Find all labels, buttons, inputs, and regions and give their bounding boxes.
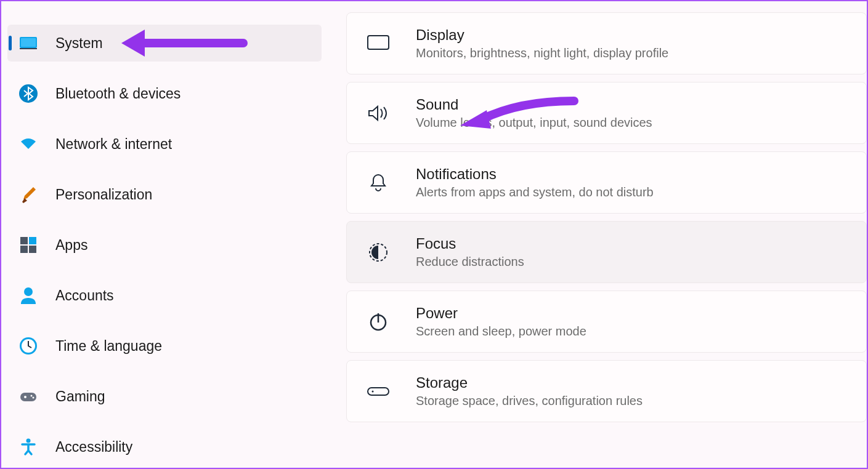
settings-sidebar: System Bluetooth & devices Network & int… [1, 1, 334, 468]
notifications-icon [367, 171, 390, 194]
card-title: Storage [416, 374, 643, 391]
svg-point-15 [26, 439, 31, 443]
svg-point-21 [372, 390, 374, 392]
card-storage[interactable]: Storage Storage space, drives, configura… [346, 360, 867, 422]
card-desc: Monitors, brightness, night light, displ… [416, 46, 668, 60]
card-desc: Reduce distractions [416, 255, 524, 269]
card-title: Display [416, 26, 668, 44]
sidebar-item-label: Time & language [55, 338, 162, 355]
card-desc: Storage space, drives, configuration rul… [416, 394, 643, 408]
card-display[interactable]: Display Monitors, brightness, night ligh… [346, 12, 867, 74]
svg-rect-2 [20, 48, 37, 49]
focus-icon [367, 241, 390, 264]
sidebar-item-gaming[interactable]: Gaming [7, 378, 322, 415]
svg-point-14 [33, 397, 34, 399]
sidebar-item-apps[interactable]: Apps [7, 226, 322, 263]
apps-icon [18, 235, 38, 255]
sidebar-item-label: Accounts [55, 287, 114, 304]
card-desc: Screen and sleep, power mode [416, 324, 586, 339]
display-icon [367, 32, 390, 55]
sidebar-item-label: Network & internet [55, 136, 172, 153]
sidebar-item-personalization[interactable]: Personalization [7, 176, 322, 213]
svg-rect-5 [29, 237, 36, 244]
card-notifications[interactable]: Notifications Alerts from apps and syste… [346, 151, 867, 214]
card-desc: Volume levels, output, input, sound devi… [416, 116, 652, 130]
card-title: Sound [416, 96, 652, 113]
card-title: Power [416, 305, 586, 322]
power-icon [367, 310, 390, 334]
sidebar-item-label: Personalization [55, 186, 152, 203]
sidebar-item-time-language[interactable]: Time & language [7, 327, 322, 364]
paintbrush-icon [18, 185, 38, 204]
svg-rect-16 [368, 36, 389, 49]
svg-rect-7 [29, 246, 36, 253]
sidebar-item-bluetooth[interactable]: Bluetooth & devices [7, 75, 322, 112]
card-title: Notifications [416, 166, 654, 183]
sidebar-item-label: Apps [55, 237, 87, 254]
sidebar-item-accounts[interactable]: Accounts [7, 277, 322, 314]
clock-icon [18, 336, 38, 356]
wifi-icon [18, 134, 38, 154]
card-power[interactable]: Power Screen and sleep, power mode [346, 291, 867, 353]
sidebar-item-label: Bluetooth & devices [55, 86, 180, 102]
sidebar-item-label: Gaming [55, 388, 105, 405]
person-icon [18, 286, 38, 305]
sidebar-item-accessibility[interactable]: Accessibility [7, 428, 322, 465]
storage-icon [367, 380, 390, 403]
settings-main-panel: Display Monitors, brightness, night ligh… [334, 1, 867, 468]
card-sound[interactable]: Sound Volume levels, output, input, soun… [346, 82, 867, 144]
svg-point-12 [24, 396, 26, 398]
card-title: Focus [416, 235, 524, 252]
bluetooth-icon [18, 84, 38, 103]
svg-rect-20 [368, 388, 389, 395]
sidebar-item-label: System [55, 35, 103, 52]
gamepad-icon [18, 387, 38, 406]
svg-rect-1 [21, 38, 36, 47]
system-icon [18, 33, 38, 53]
sidebar-item-label: Accessibility [55, 439, 132, 455]
svg-rect-4 [20, 237, 28, 244]
card-focus[interactable]: Focus Reduce distractions [346, 221, 867, 283]
svg-point-8 [24, 287, 33, 296]
sidebar-item-system[interactable]: System [7, 25, 322, 62]
svg-rect-6 [20, 246, 28, 253]
sound-icon [367, 102, 390, 125]
card-desc: Alerts from apps and system, do not dist… [416, 185, 654, 199]
svg-point-13 [31, 395, 33, 397]
sidebar-item-network[interactable]: Network & internet [7, 126, 322, 162]
accessibility-icon [18, 437, 38, 457]
